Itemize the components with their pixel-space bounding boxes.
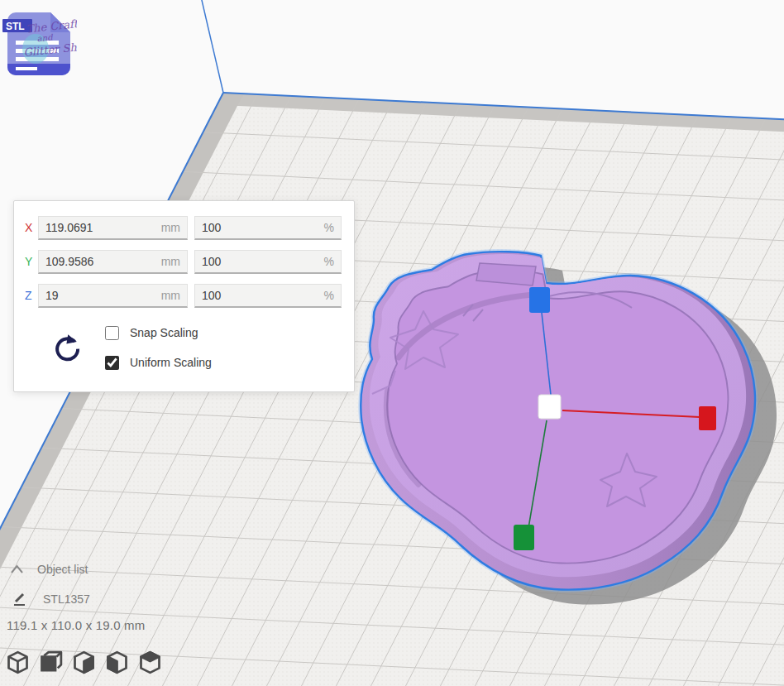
view-front-button[interactable] [37, 649, 65, 676]
z-axis-label: Z [25, 289, 32, 302]
object-list-toggle[interactable]: Object list [37, 563, 88, 576]
camera-view-toolbar [4, 649, 164, 676]
watermark-line-2: and [36, 32, 54, 43]
y-percent-input[interactable] [195, 255, 324, 268]
chevron-up-icon[interactable] [10, 564, 24, 574]
x-percent-field: % [194, 216, 342, 240]
scale-tool-panel: X mm % Y mm % Z mm [13, 200, 355, 392]
view-right-button[interactable] [70, 649, 98, 676]
application-window: STL The Crafts and Glitter Shop X mm % Y… [0, 0, 784, 686]
scale-handle-x[interactable] [699, 406, 716, 430]
view-left-button[interactable] [103, 649, 131, 676]
scale-row-x: X mm % [14, 216, 354, 241]
reset-rotate-ccw-icon [50, 332, 84, 365]
reset-scale-button[interactable] [50, 332, 84, 365]
object-name[interactable]: STL1357 [43, 592, 90, 606]
cube-top-icon [136, 649, 164, 676]
stl-label: STL [6, 21, 25, 32]
y-percent-field: % [194, 250, 342, 274]
scale-row-y: Y mm % [14, 250, 354, 275]
scale-row-z: Z mm % [14, 284, 354, 309]
x-size-field: mm [38, 216, 188, 240]
z-percent-unit: % [324, 289, 341, 302]
view-3d-button[interactable] [4, 649, 31, 676]
x-percent-input[interactable] [195, 221, 324, 234]
edit-pencil-icon[interactable] [12, 591, 28, 607]
y-size-field: mm [38, 250, 188, 274]
scale-handle-center[interactable] [538, 395, 561, 419]
x-size-unit: mm [161, 221, 187, 234]
y-size-unit: mm [161, 255, 187, 268]
snap-scaling-label[interactable]: Snap Scaling [130, 326, 198, 339]
x-axis-label: X [25, 221, 32, 234]
object-dimensions: 119.1 x 110.0 x 19.0 mm [7, 618, 145, 632]
z-size-field: mm [38, 284, 188, 308]
cube-3d-icon [4, 649, 31, 676]
y-axis-label: Y [25, 255, 32, 268]
snap-scaling-row: Snap Scaling [105, 324, 198, 342]
scale-handle-y[interactable] [514, 525, 534, 550]
cube-left-icon [103, 649, 131, 676]
x-size-input[interactable] [39, 221, 161, 234]
cube-right-icon [70, 649, 98, 676]
y-percent-unit: % [324, 255, 341, 268]
z-percent-field: % [194, 284, 342, 308]
cube-front-icon [37, 649, 65, 676]
z-size-input[interactable] [39, 289, 161, 302]
z-size-unit: mm [161, 289, 187, 302]
z-percent-input[interactable] [195, 289, 324, 302]
scale-handle-z[interactable] [529, 287, 550, 313]
stl-file-badge: STL The Crafts and Glitter Shop [2, 4, 77, 80]
uniform-scaling-row: Uniform Scaling [105, 353, 212, 372]
x-percent-unit: % [324, 221, 341, 234]
uniform-scaling-label[interactable]: Uniform Scaling [130, 356, 212, 369]
view-top-button[interactable] [136, 649, 164, 676]
uniform-scaling-checkbox[interactable] [105, 356, 119, 370]
y-size-input[interactable] [39, 255, 161, 268]
snap-scaling-checkbox[interactable] [105, 326, 119, 340]
